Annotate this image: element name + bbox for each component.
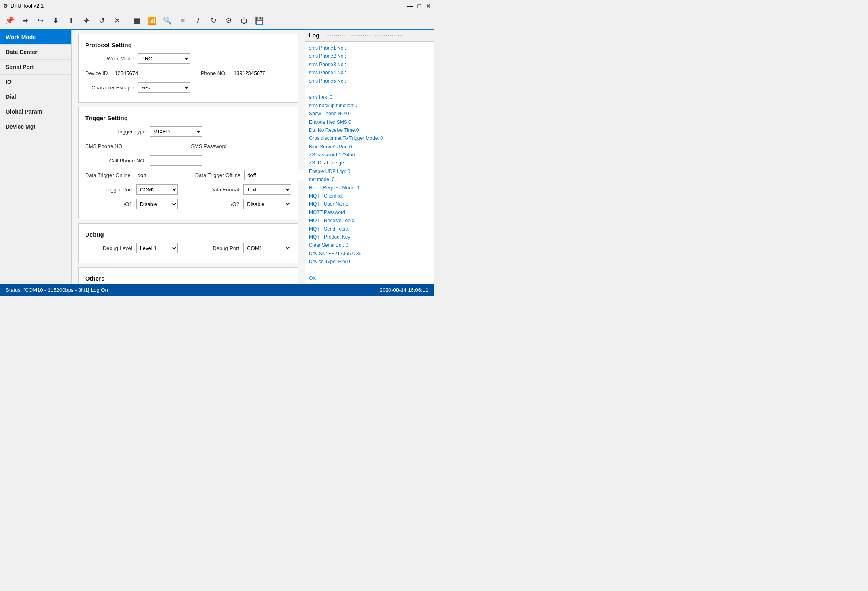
sidebar-item-work-mode[interactable]: Work Mode — [0, 30, 71, 45]
others-section: Others Clear Serial Buffer Yes No — [78, 267, 298, 284]
toolbar-search-icon[interactable]: 🔍 — [161, 14, 174, 27]
debug-title: Debug — [85, 231, 291, 238]
sms-phone-label: SMS Phone NO. — [85, 143, 124, 149]
io2-label: I/O2 — [195, 201, 239, 207]
toolbar-power-icon[interactable]: ⏻ — [238, 14, 250, 27]
trigger-port-select[interactable]: COM1 COM2 COM3 COM4 — [136, 184, 178, 195]
log-panel: Log ····································… — [305, 30, 434, 284]
log-entry: Dtu No Receive Time:0 — [309, 126, 430, 134]
trigger-port-label: Trigger Port — [85, 187, 132, 193]
log-entry: Enable UDP Log: 0 — [309, 167, 430, 175]
log-entry: sms backup function:0 — [309, 102, 430, 110]
log-entry: Encode Hex SMS:0 — [309, 118, 430, 126]
toolbar-cancel-icon[interactable]: ✕ — [111, 14, 123, 27]
log-content[interactable]: sms Phone1 No.:sms Phone2 No.:sms Phone3… — [305, 42, 434, 284]
close-button[interactable]: ✕ — [426, 3, 431, 9]
log-entry: ZS ID: abcdefge — [309, 159, 430, 167]
char-escape-label: Character Escape — [85, 85, 134, 91]
minimize-button[interactable]: — — [407, 3, 413, 9]
toolbar-pin-icon[interactable]: 📌 — [3, 14, 16, 27]
sms-password-input[interactable] — [231, 141, 291, 151]
work-mode-row: Work Mode PROT TRANS HTTP MQTT — [85, 53, 291, 64]
char-escape-select[interactable]: Yes No — [138, 82, 190, 93]
sidebar-item-serial-port[interactable]: Serial Port — [0, 60, 71, 75]
sidebar-item-io[interactable]: IO — [0, 75, 71, 89]
others-title: Others — [85, 275, 291, 282]
toolbar-grid-icon[interactable]: ▦ — [130, 14, 143, 27]
log-entry: sms Phone2 No.: — [309, 52, 430, 60]
toolbar-list-icon[interactable]: ≡ — [176, 14, 189, 27]
log-entry: HTTP Request Mode: 1 — [309, 184, 430, 192]
log-entry: sms Phone5 No.: — [309, 77, 430, 85]
toolbar-connect-icon[interactable]: ➡ — [19, 14, 31, 27]
sms-phone-input[interactable] — [128, 141, 180, 151]
sidebar: Work Mode Data Center Serial Port IO Dia… — [0, 30, 72, 284]
toolbar: 📌 ➡ ↪ ⬇ ⬆ ✳ ↺ ✕ ▦ 📶 🔍 ≡ i ↻ ⚙ ⏻ 💾 — [0, 12, 434, 30]
titlebar: ⚙ DTU Tool v2.1 — □ ✕ — [0, 0, 434, 12]
toolbar-refresh-icon[interactable]: ↺ — [95, 14, 108, 27]
log-entry: OK — [309, 274, 430, 282]
data-trigger-offline-label: Data Trigger Offline — [195, 172, 240, 178]
toolbar-asterisk-icon[interactable]: ✳ — [80, 14, 93, 27]
data-trigger-offline-input[interactable] — [244, 170, 305, 180]
sidebar-item-data-center[interactable]: Data Center — [0, 45, 71, 60]
device-id-input[interactable] — [112, 68, 164, 78]
io-row: I/O1 Disable Enable I/O2 Disable Enable — [85, 199, 291, 209]
toolbar-save-icon[interactable]: 💾 — [253, 14, 266, 27]
log-entry: sms hex: 0 — [309, 93, 430, 101]
log-dots: ········································… — [323, 33, 430, 38]
sidebar-item-dial[interactable]: Dial — [0, 89, 71, 104]
log-entry: Grps disconnet To Trigger Mode: 0 — [309, 134, 430, 142]
log-entry: MQTT Send Topic: — [309, 225, 430, 233]
work-mode-label: Work Mode — [85, 56, 134, 62]
trigger-setting-title: Trigger Setting — [85, 114, 291, 121]
status-text: Status: [COM10 - 115200bps - 8N1] Log On — [6, 287, 108, 293]
device-id-label: Device ID — [85, 70, 108, 76]
log-header: Log ····································… — [305, 30, 434, 42]
titlebar-controls: — □ ✕ — [407, 3, 431, 9]
toolbar-disconnect-icon[interactable]: ↪ — [34, 14, 47, 27]
phone-no-input[interactable] — [231, 68, 291, 78]
log-entry — [309, 266, 430, 274]
log-entry: Clear Serial Buf: 0 — [309, 241, 430, 249]
data-format-select[interactable]: Text Hex — [243, 184, 291, 195]
char-escape-row: Character Escape Yes No — [85, 82, 291, 93]
toolbar-separator — [127, 16, 127, 25]
log-entry: sms Phone4 No.: — [309, 69, 430, 77]
data-trigger-online-input[interactable] — [135, 170, 187, 180]
statusbar: Status: [COM10 - 115200bps - 8N1] Log On… — [0, 284, 434, 296]
log-entry: MQTT User Name: — [309, 200, 430, 208]
debug-level-select[interactable]: Level 1 Level 2 Level 3 — [136, 243, 178, 253]
toolbar-download-icon[interactable]: ⬇ — [49, 14, 62, 27]
io1-label: I/O1 — [85, 201, 132, 207]
work-mode-select[interactable]: PROT TRANS HTTP MQTT — [138, 53, 190, 64]
log-entry: Show Phone NO:0 — [309, 110, 430, 118]
device-id-row: Device ID Phone NO. — [85, 68, 291, 78]
protocol-setting-section: Protocol Setting Work Mode PROT TRANS HT… — [78, 34, 298, 103]
main-layout: Work Mode Data Center Serial Port IO Dia… — [0, 30, 434, 284]
trigger-type-select[interactable]: MIXED SMS CALL DATA — [150, 126, 202, 137]
status-datetime: 2020-08-14 16:06:11 — [380, 287, 428, 293]
call-phone-label: Call Phone NO. — [85, 158, 146, 164]
toolbar-reload-icon[interactable]: ↻ — [207, 14, 220, 27]
call-phone-input[interactable] — [150, 155, 202, 166]
toolbar-wifi-icon[interactable]: 📶 — [146, 14, 159, 27]
sms-phone-row: SMS Phone NO. SMS Password — [85, 141, 291, 151]
data-trigger-row: Data Trigger Online Data Trigger Offline — [85, 170, 291, 180]
io2-select[interactable]: Disable Enable — [243, 199, 291, 209]
toolbar-info-icon[interactable]: i — [192, 14, 204, 27]
debug-port-select[interactable]: COM1 COM2 COM3 COM4 — [243, 243, 291, 253]
sidebar-item-global-param[interactable]: Global Param — [0, 104, 71, 119]
sidebar-item-device-mgt[interactable]: Device Mgt — [0, 119, 71, 134]
phone-no-label: Phone NO. — [201, 70, 227, 76]
call-phone-row: Call Phone NO. — [85, 155, 291, 166]
app-gear-icon: ⚙ — [3, 3, 8, 9]
maximize-button[interactable]: □ — [418, 3, 421, 9]
io1-select[interactable]: Disable Enable — [136, 199, 178, 209]
debug-section: Debug Debug Level Level 1 Level 2 Level … — [78, 223, 298, 263]
trigger-setting-section: Trigger Setting Trigger Type MIXED SMS C… — [78, 107, 298, 219]
toolbar-upload-icon[interactable]: ⬆ — [65, 14, 77, 27]
content-area: Protocol Setting Work Mode PROT TRANS HT… — [72, 30, 305, 284]
debug-row: Debug Level Level 1 Level 2 Level 3 Debu… — [85, 243, 291, 253]
toolbar-settings-icon[interactable]: ⚙ — [222, 14, 235, 27]
